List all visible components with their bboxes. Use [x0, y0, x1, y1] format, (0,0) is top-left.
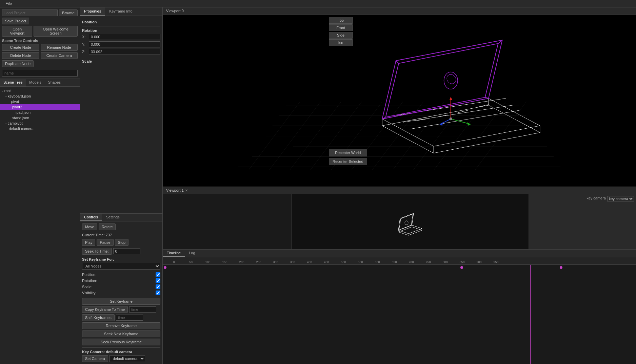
set-camera-button[interactable]: Set Camera: [82, 355, 108, 362]
view-iso-button[interactable]: Iso: [329, 39, 353, 46]
delete-node-button[interactable]: Delete Node: [2, 52, 39, 59]
svg-marker-46: [398, 225, 422, 234]
viewport1-close-button[interactable]: ✕: [185, 189, 188, 192]
timeline-content[interactable]: 0 50 100 150 200 250 300 350 400 450 500…: [163, 257, 636, 364]
seek-next-keyframe-button[interactable]: Seek Next Keyframe: [82, 330, 160, 337]
position-divider: [82, 26, 160, 26]
position-checkbox[interactable]: [156, 272, 160, 277]
rename-node-button[interactable]: Rename Node: [41, 44, 78, 51]
play-button[interactable]: Play: [82, 239, 95, 246]
tree-item-root[interactable]: - root: [0, 88, 80, 93]
keyframe-dot-0[interactable]: [164, 266, 166, 269]
stop-button[interactable]: Stop: [115, 239, 129, 246]
tab-settings[interactable]: Settings: [102, 214, 124, 221]
browse-button[interactable]: Browse: [59, 9, 78, 16]
tree-item-default-camera[interactable]: default camera: [0, 126, 80, 131]
pause-button[interactable]: Pause: [97, 239, 113, 246]
set-camera-row: Set Camera default camera: [82, 355, 160, 362]
rotation-scale-divider: [82, 57, 160, 57]
load-project-input[interactable]: [2, 9, 58, 16]
tree-item-pivot2[interactable]: pivot2: [0, 104, 80, 110]
shift-keyframes-button[interactable]: Shift Keyframes: [82, 314, 115, 321]
duplicate-node-button[interactable]: Duplicate Node: [2, 60, 34, 67]
seek-prev-keyframe-button[interactable]: Seek Previous Keyframe: [82, 339, 160, 345]
file-menu-item[interactable]: File: [3, 1, 15, 7]
rotation-checkbox[interactable]: [156, 278, 160, 283]
keyframe-dot-600[interactable]: [460, 266, 463, 269]
ruler-700: 700: [403, 260, 420, 264]
play-controls-row: Play Pause Stop: [82, 239, 160, 246]
rotation-check-row: Rotation:: [82, 278, 160, 283]
visibility-check-row: Visibility:: [82, 291, 160, 295]
rotation-x-input[interactable]: [89, 34, 160, 40]
ruler-50: 50: [182, 260, 199, 264]
tab-log[interactable]: Log: [185, 250, 199, 257]
ruler-550: 550: [352, 260, 369, 264]
keyframe-actions: Set Keyframe Copy Keyframe To Time Shift…: [82, 298, 160, 345]
view-side-button[interactable]: Side: [329, 32, 353, 39]
properties-content: Position Rotation X: Y: Z: Scale: [80, 16, 162, 213]
rotate-button[interactable]: Rotate: [99, 223, 116, 230]
timeline-track[interactable]: [163, 265, 636, 364]
seek-time-input[interactable]: [113, 248, 140, 254]
open-viewport-button[interactable]: Open Viewport: [2, 26, 32, 37]
viewport0-canvas[interactable]: Recenter World Recenter Selected: [163, 15, 636, 186]
svg-line-26: [403, 105, 513, 123]
node-buttons-grid: Create Node Rename Node Delete Node Crea…: [2, 44, 78, 59]
svg-line-28: [417, 119, 427, 121]
scene-tree-content: - root - keyboard.json - pivot pivot2 ip…: [0, 87, 80, 364]
svg-line-37: [396, 61, 399, 63]
tab-controls[interactable]: Controls: [80, 214, 102, 221]
visibility-check-label: Visibility:: [82, 291, 97, 295]
view-front-button[interactable]: Front: [329, 24, 353, 31]
node-name-input[interactable]: [2, 70, 78, 77]
seek-to-time-button[interactable]: Seek To Time:: [82, 248, 112, 255]
position-label: Position: [82, 20, 160, 24]
view-top-button[interactable]: Top: [329, 17, 353, 24]
tab-scene-tree[interactable]: Scene Tree: [0, 79, 26, 86]
tree-item-campivot[interactable]: - campivot: [0, 121, 80, 126]
scene-tree-controls-label: Scene Tree Controls: [2, 39, 78, 43]
shift-time-input[interactable]: [116, 315, 143, 321]
move-button[interactable]: Move: [82, 223, 97, 230]
scale-checkbox[interactable]: [156, 284, 160, 289]
tab-shapes[interactable]: Shapes: [45, 79, 64, 86]
viewport0-tab: Viewport 0: [163, 7, 636, 15]
svg-point-50: [405, 221, 408, 225]
create-camera-button[interactable]: Create Camera: [41, 52, 78, 59]
move-rotate-row: Move Rotate: [82, 223, 160, 230]
keyframe-target-dropdown[interactable]: All Nodes: [82, 263, 160, 270]
ruler-0: 0: [165, 260, 182, 264]
left-top-controls: Browse Save Project Open Viewport Open W…: [0, 7, 80, 79]
svg-marker-40: [450, 97, 452, 100]
tab-models[interactable]: Models: [26, 79, 44, 86]
rotation-y-input[interactable]: [89, 41, 160, 47]
tree-item-stand[interactable]: stand.json: [0, 115, 80, 121]
copy-time-input[interactable]: [129, 306, 156, 313]
rotation-check-label: Rotation:: [82, 279, 97, 283]
copy-keyframe-button[interactable]: Copy Keyframe To Time: [82, 306, 128, 313]
svg-marker-42: [467, 122, 471, 126]
svg-line-31: [478, 105, 489, 107]
camera-select[interactable]: default camera: [110, 355, 145, 362]
open-welcome-button[interactable]: Open Welcome Screen: [34, 26, 78, 37]
keyframe-dot-800[interactable]: [560, 266, 562, 269]
save-project-button[interactable]: Save Project: [2, 18, 29, 24]
visibility-checkbox[interactable]: [156, 291, 160, 295]
viewport1-camera-dropdown[interactable]: key camera: [607, 196, 634, 201]
set-keyframe-button[interactable]: Set Keyframe: [82, 298, 160, 305]
tree-item-pivot[interactable]: - pivot: [0, 99, 80, 104]
ruler-900: 900: [471, 260, 488, 264]
tab-keyframe-info[interactable]: Keyframe Info: [105, 7, 136, 16]
tree-item-keyboard[interactable]: - keyboard.json: [0, 93, 80, 99]
tab-properties[interactable]: Properties: [80, 7, 105, 16]
create-node-button[interactable]: Create Node: [2, 44, 39, 51]
tab-timeline[interactable]: Timeline: [163, 250, 185, 257]
tree-item-ipad[interactable]: ipad.json: [0, 110, 80, 115]
rotation-z-input[interactable]: [89, 49, 160, 55]
recenter-world-button[interactable]: Recenter World: [329, 149, 367, 156]
recenter-selected-button[interactable]: Recenter Selected: [329, 158, 367, 165]
svg-marker-32: [382, 40, 502, 119]
remove-keyframe-button[interactable]: Remove Keyframe: [82, 322, 160, 329]
ruler-250: 250: [250, 260, 267, 264]
